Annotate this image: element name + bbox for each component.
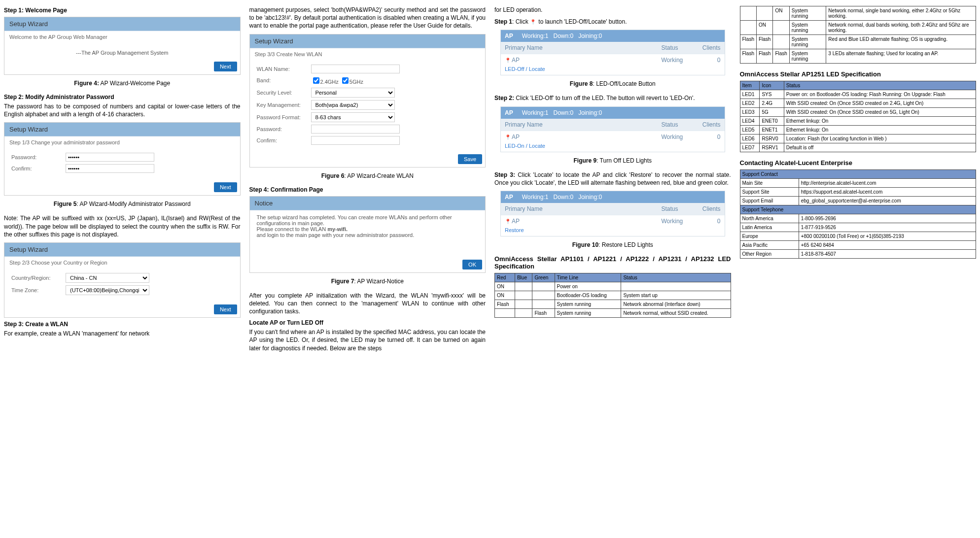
pin-icon[interactable]: 📍 <box>505 219 511 224</box>
column-4: ONSystem runningNetwork normal, single b… <box>740 4 977 356</box>
band-5-checkbox[interactable] <box>342 77 349 84</box>
led-spec-title: OmniAccess Stellar AP1101 / AP1221 / AP1… <box>494 255 731 270</box>
table-row: FlashSystem runningNetwork normal, witho… <box>495 308 731 317</box>
wizard-tagline: ---The AP Group Management System <box>4 50 240 56</box>
led-off-link[interactable]: LED-Off <box>505 66 525 72</box>
table-row: Other Region1-818-878-4507 <box>740 250 976 259</box>
password-input[interactable] <box>66 153 154 162</box>
table-row: Support Sitehttps://support.esd.alcatel-… <box>740 188 976 197</box>
security-select[interactable]: Personal <box>311 88 395 98</box>
table-header-row: RedBlueGreenTime LineStatus <box>495 273 731 282</box>
ap1251-spec-table: ItemIconStatus LED1SYSPower on: on Bootl… <box>740 81 977 152</box>
next-button[interactable]: Next <box>214 182 237 192</box>
after-wizard-body: After you complete AP initialization wit… <box>249 292 486 316</box>
wizard-wlan-panel: Setup Wizard Step 3/3 Create New WLAN WL… <box>249 34 486 168</box>
pwformat-select[interactable]: 8-63 chars <box>311 112 395 122</box>
support-phone-header: Support Telephone <box>740 205 976 214</box>
table-row: Main Sitehttp://enterprise.alcatel-lucen… <box>740 179 976 188</box>
figure-7-caption: Figure 7: AP Wizard-Notice <box>249 278 486 285</box>
wizard-header: Setup Wizard <box>4 123 240 136</box>
confirm-input[interactable] <box>66 164 154 173</box>
col2-top-body: management purposes, select 'both(WPA&WP… <box>249 6 486 30</box>
step2-title: Step 2: Modify Administrator Password <box>4 94 241 101</box>
support-contact-header: Support Contact <box>740 170 976 179</box>
led-spec-table: RedBlueGreenTime LineStatus ONPower on O… <box>494 273 731 318</box>
ap-widget-ledoff: APWorking:1Down:0Joining:0 Primary NameS… <box>500 30 725 75</box>
table-row: LED4ENET0Ethernet linkup: On <box>740 117 976 126</box>
restore-link[interactable]: Restore <box>505 227 524 233</box>
step1-title: Step 1: Welcome Page <box>4 7 241 14</box>
column-1: Step 1: Welcome Page Setup Wizard Welcom… <box>4 4 241 356</box>
led-on-link[interactable]: LED-On <box>505 143 525 149</box>
table-row: FlashFlashFlashSystem running3 LEDs alte… <box>740 49 976 64</box>
step2-body: The password has to be composed of numbe… <box>4 102 241 118</box>
table-row: ONPower on <box>495 282 731 291</box>
wlan-password-label: Password: <box>257 126 311 132</box>
notice-line3: and login to the main page with your new… <box>257 232 479 238</box>
pin-icon[interactable]: 📍 <box>505 134 511 140</box>
wizard-header: Setup Wizard <box>4 17 240 31</box>
locate-link[interactable]: Locate <box>529 143 545 149</box>
table-row: LED7RSRV1Default is off <box>740 143 976 152</box>
notice-header: Notice <box>250 197 486 210</box>
figure-4-caption: Figure 4: AP Wizard-Welcome Page <box>4 80 241 87</box>
table-row: Europe+800 00200100 (Toll Free) or +1(65… <box>740 232 976 241</box>
wlan-password-input[interactable] <box>311 125 400 134</box>
timezone-label: Time Zone: <box>11 287 66 293</box>
next-button[interactable]: Next <box>214 62 237 71</box>
table-row: FlashFlashSystem runningRed and Blue LED… <box>740 35 976 49</box>
table-row: LED1SYSPower on: on Bootloader-OS loadin… <box>740 90 976 99</box>
column-2: management purposes, select 'both(WPA&WP… <box>249 4 486 356</box>
country-select[interactable]: China - CN <box>66 273 149 283</box>
table-row: LED22.4GWith SSID created: On (Once SSID… <box>740 99 976 108</box>
next-button[interactable]: Next <box>214 304 237 314</box>
table-row: ONSystem runningNetwork normal, single b… <box>740 6 976 21</box>
band-24-checkbox[interactable] <box>313 77 319 84</box>
locate-body: If you can't find where an AP is install… <box>249 328 486 352</box>
wizard-subtitle: Welcome to the AP Group Web Manager <box>4 31 240 41</box>
wlan-name-input[interactable] <box>311 65 400 73</box>
pin-icon: 📍 <box>530 19 536 25</box>
wizard-password-panel: Setup Wizard Step 1/3 Change your admini… <box>4 122 241 196</box>
step3-body: For example, create a WLAN 'management' … <box>4 330 241 337</box>
contact-title: Contacting Alcatel-Lucent Enterprise <box>740 159 977 167</box>
figure-5-caption: Figure 5: AP Wizard-Modify Administrator… <box>4 201 241 207</box>
band-label: Band: <box>257 77 311 83</box>
timezone-select[interactable]: (UTC+08:00)Beijing,Chongqing,Ho <box>66 285 149 295</box>
ap1251-spec-title: OmniAccess Stellar AP1251 LED Specificat… <box>740 70 977 78</box>
wlan-name-label: WLAN Name: <box>257 66 311 72</box>
table-row: LED35GWith SSID created: On (Once SSID c… <box>740 108 976 117</box>
confirm-label: Confirm: <box>11 166 66 171</box>
ap-widget-restore: APWorking:1Down:0Joining:0 Primary NameS… <box>500 191 725 236</box>
wizard-country-panel: Setup Wizard Step 2/3 Choose your Countr… <box>4 242 241 318</box>
document-page: Step 1: Welcome Page Setup Wizard Welcom… <box>4 4 976 356</box>
wizard-step-sub: Step 2/3 Choose your Country or Region <box>4 257 240 267</box>
table-header-row: ItemIconStatus <box>740 81 976 90</box>
locate-link[interactable]: Locate <box>529 66 545 72</box>
wizard-step-sub: Step 3/3 Create New WLAN <box>250 48 486 58</box>
ok-button[interactable]: OK <box>462 260 482 269</box>
wlan-confirm-input[interactable] <box>311 136 400 145</box>
table-row: ONBootloader-OS loadingSystem start up <box>495 291 731 300</box>
led-spec-table-cont: ONSystem runningNetwork normal, single b… <box>740 6 977 64</box>
table-row: Support Emailebg_global_supportcenter@al… <box>740 197 976 205</box>
table-row: Latin America1-877-919-9526 <box>740 223 976 232</box>
note-body: Note: The AP will be suffixed with xx (x… <box>4 214 241 238</box>
table-row: LED6RSRV0Location: Flash (for Locating f… <box>740 134 976 143</box>
figure-6-caption: Figure 6: AP Wizard-Create WLAN <box>249 172 486 179</box>
table-row: Asia Pacific+65 6240 8484 <box>740 241 976 250</box>
locate-title: Locate AP or Turn LED Off <box>249 319 486 326</box>
table-row: FlashSystem runningNetwork abnormal (Int… <box>495 300 731 308</box>
wizard-header: Setup Wizard <box>250 34 486 48</box>
keymgmt-select[interactable]: Both(wpa &wpa2) <box>311 100 395 110</box>
table-row: North America1-800-995-2696 <box>740 214 976 223</box>
country-label: Country/Region: <box>11 275 66 281</box>
wlan-confirm-label: Confirm: <box>257 137 311 143</box>
pwformat-label: Password Format: <box>257 114 311 120</box>
pin-icon[interactable]: 📍 <box>505 58 511 63</box>
ap-widget-ledon: APWorking:1Down:0Joining:0 Primary NameS… <box>500 106 725 152</box>
column-3: for LED operation. Step 1: Click 📍 to la… <box>494 4 731 356</box>
step3-title: Step 3: Create a WLAN <box>4 321 241 328</box>
save-button[interactable]: Save <box>458 154 482 164</box>
wizard-step-sub: Step 1/3 Change your administrator passw… <box>4 136 240 146</box>
